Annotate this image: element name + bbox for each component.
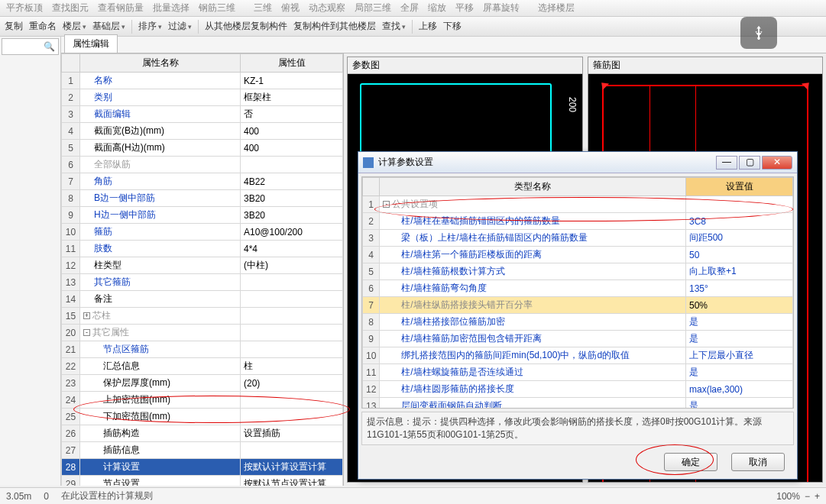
- sort-button[interactable]: 排序: [138, 20, 162, 33]
- dialog-row[interactable]: 12柱/墙柱圆形箍筋的搭接长度max(lae,300): [363, 381, 793, 398]
- minimize-button[interactable]: —: [716, 156, 737, 170]
- prop-row[interactable]: 13其它箍筋: [62, 274, 343, 291]
- dialog-row[interactable]: 7柱/墙柱纵筋搭接接头错开百分率50%: [363, 297, 793, 314]
- dialog-grid[interactable]: 类型名称 设置值 1-公共设置项2柱/墙柱在基础插筋锚固区内的箍筋数量3C83梁…: [361, 176, 794, 409]
- param-value[interactable]: max(lae,300): [686, 381, 793, 398]
- move-down-button[interactable]: 下移: [443, 20, 462, 33]
- dialog-row[interactable]: 9柱/墙柱箍筋加密范围包含错开距离是: [363, 331, 793, 347]
- prop-row[interactable]: 14备注: [62, 291, 343, 308]
- prop-value[interactable]: [241, 291, 343, 308]
- prop-value[interactable]: A10@100/200: [241, 224, 343, 241]
- dialog-row[interactable]: 6柱/墙柱箍筋弯勾角度135°: [363, 280, 793, 297]
- prop-value[interactable]: [241, 341, 343, 358]
- prop-row[interactable]: 4截面宽(B边)(mm)400: [62, 123, 343, 140]
- prop-value[interactable]: [241, 325, 343, 341]
- dialog-row[interactable]: 8柱/墙柱搭接部位箍筋加密是: [363, 314, 793, 331]
- menu-item[interactable]: 屏幕旋转: [483, 2, 520, 15]
- prop-value[interactable]: 3B20: [241, 190, 343, 207]
- prop-row[interactable]: 24上加密范围(mm): [62, 392, 343, 409]
- menu-item[interactable]: 缩放: [428, 2, 446, 15]
- menu-item[interactable]: 查看钢筋量: [98, 2, 144, 15]
- param-value[interactable]: 3C8: [686, 213, 793, 230]
- prop-row[interactable]: 7角筋4B22: [62, 173, 343, 190]
- prop-row[interactable]: 9H边一侧中部筋3B20: [62, 207, 343, 224]
- tab-property-edit[interactable]: 属性编辑: [64, 34, 118, 53]
- expander-icon[interactable]: +: [83, 312, 90, 319]
- prop-row[interactable]: 10箍筋A10@100/200: [62, 224, 343, 241]
- prop-row[interactable]: 20-其它属性: [62, 325, 343, 341]
- prop-value[interactable]: [241, 157, 343, 173]
- prop-value[interactable]: 设置插筋: [241, 425, 343, 442]
- menu-item[interactable]: 全屏: [400, 2, 419, 15]
- prop-row[interactable]: 15+芯柱: [62, 308, 343, 325]
- prop-row[interactable]: 25下加密范围(mm): [62, 409, 343, 425]
- param-value[interactable]: 向上取整+1: [686, 263, 793, 280]
- prop-row[interactable]: 3截面编辑否: [62, 106, 343, 123]
- prop-row[interactable]: 21节点区箍筋: [62, 341, 343, 358]
- dialog-row[interactable]: 10绑扎搭接范围内的箍筋间距min(5d,100)中，纵筋d的取值上下层最小直径: [363, 347, 793, 364]
- ok-button[interactable]: 确定: [664, 453, 717, 471]
- menu-item[interactable]: 局部三维: [355, 2, 391, 15]
- prop-value[interactable]: [241, 409, 343, 425]
- param-value[interactable]: [686, 196, 793, 213]
- dialog-row[interactable]: 4柱/墙柱第一个箍筋距楼板面的距离50: [363, 247, 793, 263]
- param-value[interactable]: 是: [686, 331, 793, 347]
- usb-tray-icon[interactable]: [740, 17, 777, 49]
- prop-value[interactable]: [241, 442, 343, 459]
- zoom-out-icon[interactable]: −: [805, 491, 810, 502]
- param-value[interactable]: 是: [686, 364, 793, 381]
- property-grid[interactable]: 属性名称 属性值 1名称KZ-12类别框架柱3截面编辑否4截面宽(B边)(mm)…: [61, 53, 344, 486]
- param-value[interactable]: 上下层最小直径: [686, 347, 793, 364]
- move-up-button[interactable]: 上移: [419, 20, 437, 33]
- prop-row[interactable]: 1名称KZ-1: [62, 73, 343, 89]
- prop-value[interactable]: [241, 308, 343, 325]
- prop-value[interactable]: 400: [241, 140, 343, 157]
- prop-row[interactable]: 11肢数4*4: [62, 241, 343, 257]
- prop-value[interactable]: 框架柱: [241, 89, 343, 106]
- filter-button[interactable]: 过滤: [168, 20, 192, 33]
- prop-row[interactable]: 6全部纵筋: [62, 157, 343, 173]
- zoom-in-icon[interactable]: +: [815, 491, 820, 502]
- prop-value[interactable]: 3B20: [241, 207, 343, 224]
- rename-button[interactable]: 重命名: [29, 20, 57, 33]
- menu-item[interactable]: 批量选择: [153, 2, 189, 15]
- prop-value[interactable]: (中柱): [241, 257, 343, 274]
- prop-row[interactable]: 23保护层厚度(mm)(20): [62, 375, 343, 392]
- prop-row[interactable]: 29节点设置按默认节点设置计算: [62, 476, 343, 486]
- copy-from-button[interactable]: 从其他楼层复制构件: [205, 20, 287, 33]
- prop-value[interactable]: (20): [241, 375, 343, 392]
- param-value[interactable]: 是: [686, 398, 793, 409]
- copy-to-button[interactable]: 复制构件到其他楼层: [293, 20, 376, 33]
- prop-value[interactable]: KZ-1: [241, 73, 343, 89]
- prop-row[interactable]: 26插筋构造设置插筋: [62, 425, 343, 442]
- prop-value[interactable]: [241, 392, 343, 409]
- prop-value[interactable]: 4B22: [241, 173, 343, 190]
- prop-value[interactable]: 柱: [241, 358, 343, 375]
- param-value[interactable]: 是: [686, 314, 793, 331]
- prop-value[interactable]: 按默认节点设置计算: [241, 476, 343, 486]
- prop-value[interactable]: 400: [241, 123, 343, 140]
- close-button[interactable]: ✕: [762, 156, 792, 170]
- menu-item[interactable]: 平齐板顶: [6, 2, 43, 15]
- prop-value[interactable]: 4*4: [241, 241, 343, 257]
- prop-row[interactable]: 8B边一侧中部筋3B20: [62, 190, 343, 207]
- expander-icon[interactable]: -: [383, 201, 390, 208]
- param-value[interactable]: 50: [686, 247, 793, 263]
- param-value[interactable]: 50%: [686, 297, 793, 314]
- prop-row[interactable]: 5截面高(H边)(mm)400: [62, 140, 343, 157]
- prop-row[interactable]: 22汇总信息柱: [62, 358, 343, 375]
- floor-dropdown[interactable]: 楼层: [63, 20, 86, 33]
- base-dropdown[interactable]: 基础层: [92, 20, 125, 33]
- prop-value[interactable]: 否: [241, 106, 343, 123]
- prop-row[interactable]: 12柱类型(中柱): [62, 257, 343, 274]
- prop-row[interactable]: 28计算设置按默认计算设置计算: [62, 459, 343, 476]
- menu-item[interactable]: 三维: [254, 2, 272, 15]
- menu-item[interactable]: 查找图元: [52, 2, 89, 15]
- menu-item[interactable]: 俯视: [281, 2, 300, 15]
- prop-value[interactable]: 按默认计算设置计算: [241, 459, 343, 476]
- menu-item[interactable]: 平移: [455, 2, 474, 15]
- dialog-row[interactable]: 11柱/墙柱螺旋箍筋是否连续通过是: [363, 364, 793, 381]
- dialog-row[interactable]: 2柱/墙柱在基础插筋锚固区内的箍筋数量3C8: [363, 213, 793, 230]
- prop-value[interactable]: [241, 274, 343, 291]
- menu-item[interactable]: 选择楼层: [538, 2, 575, 15]
